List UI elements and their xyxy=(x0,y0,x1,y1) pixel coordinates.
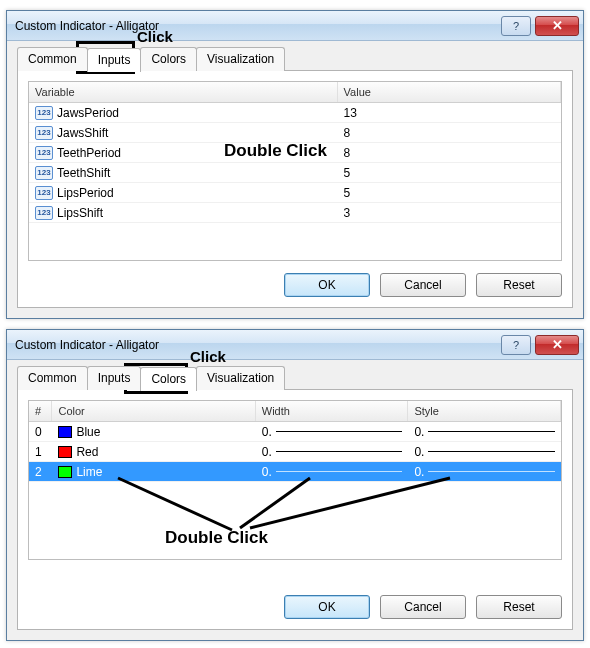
tab-common[interactable]: Common xyxy=(17,366,88,390)
tab-colors[interactable]: Colors xyxy=(140,47,197,71)
tabs: Common Inputs Colors Visualization xyxy=(17,47,573,71)
tab-visualization[interactable]: Visualization xyxy=(196,47,285,71)
tab-inputs[interactable]: Inputs xyxy=(87,366,142,390)
annotation-click-1: Click xyxy=(137,28,173,45)
tab-inputs[interactable]: Inputs xyxy=(87,48,142,72)
svg-line-2 xyxy=(250,478,450,528)
tab-common[interactable]: Common xyxy=(17,47,88,71)
svg-line-1 xyxy=(240,478,310,528)
svg-line-0 xyxy=(118,478,232,530)
tab-colors[interactable]: Colors xyxy=(140,367,197,391)
annotation-double-click-1: Double Click xyxy=(224,141,327,161)
annotation-lines xyxy=(0,0,590,648)
annotation-double-click-2: Double Click xyxy=(165,528,268,548)
tabs: Common Inputs Colors Visualization xyxy=(17,366,573,390)
tab-visualization[interactable]: Visualization xyxy=(196,366,285,390)
annotation-click-2: Click xyxy=(190,348,226,365)
annotations-layer: Click Double Click Click Double Click xyxy=(0,0,590,648)
